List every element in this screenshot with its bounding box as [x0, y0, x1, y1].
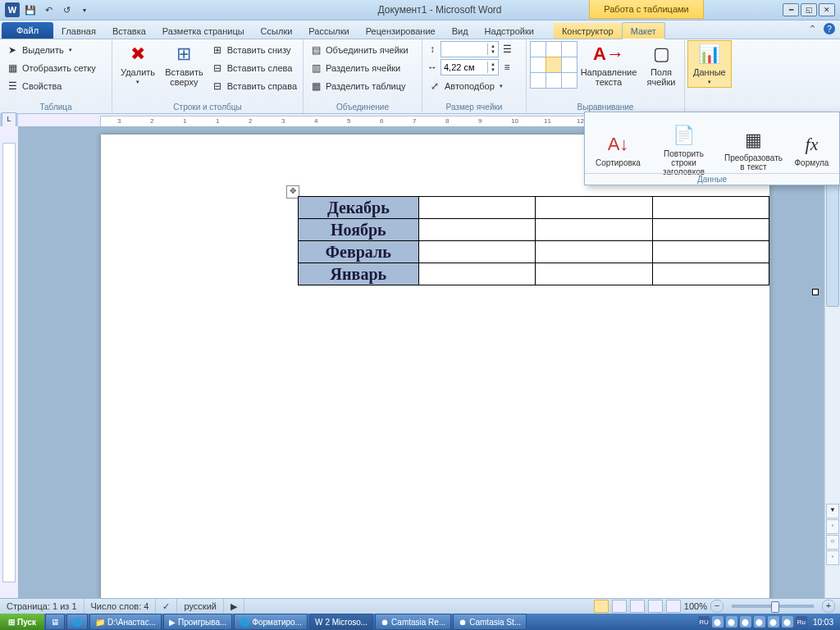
tab-page-layout[interactable]: Разметка страницы: [154, 23, 253, 39]
scroll-down-button[interactable]: ▼: [826, 504, 839, 518]
taskbar-item[interactable]: 🌐Форматиро...: [234, 614, 308, 630]
delete-button[interactable]: ✖Удалить▾: [116, 41, 160, 87]
tray-icon[interactable]: ⬤: [754, 616, 765, 628]
autofit-button[interactable]: ⤢Автоподбор▾: [426, 77, 514, 95]
scrollbar-vertical[interactable]: ▲ ▼ ◦ ○ ◦: [824, 126, 840, 599]
tray-lang-icon[interactable]: RU: [698, 616, 710, 628]
browse-prev-button[interactable]: ◦: [826, 519, 839, 534]
align-tl[interactable]: [530, 41, 546, 57]
view-fullscreen[interactable]: [612, 600, 627, 613]
insert-above-button[interactable]: ⊞Вставить сверху: [160, 41, 208, 89]
table-cell[interactable]: Декабрь: [299, 197, 419, 219]
distribute-rows-icon[interactable]: ☰: [500, 43, 514, 56]
insert-left-button[interactable]: ⊟Вставить слева: [208, 59, 299, 77]
document-area[interactable]: ✥ Декабрь Ноябрь Февраль Январь: [19, 126, 824, 599]
select-button[interactable]: ➤Выделить▾: [3, 41, 108, 59]
table-cell[interactable]: [418, 197, 535, 219]
taskbar-item[interactable]: ⏺Camtasia Re...: [375, 614, 451, 630]
table-cell[interactable]: [536, 263, 652, 285]
properties-button[interactable]: ☰Свойства: [3, 77, 108, 95]
taskbar-item[interactable]: 📁D:\Анастас...: [89, 614, 162, 630]
tab-view[interactable]: Вид: [444, 23, 477, 39]
align-mr[interactable]: [561, 57, 578, 73]
tray-icon[interactable]: ⬤: [768, 616, 779, 628]
taskbar-item[interactable]: ⏺Camtasia St...: [453, 614, 527, 630]
align-tc[interactable]: [546, 41, 562, 57]
tab-table-design[interactable]: Конструктор: [554, 23, 622, 39]
redo-icon[interactable]: ↺: [59, 2, 74, 17]
align-br[interactable]: [561, 72, 578, 89]
status-page[interactable]: Страница: 1 из 1: [0, 599, 84, 614]
table-cell[interactable]: [652, 219, 769, 241]
tab-review[interactable]: Рецензирование: [358, 23, 444, 39]
undo-icon[interactable]: ↶: [41, 2, 56, 17]
text-direction-button[interactable]: A→Направление текста: [581, 41, 637, 89]
insert-below-button[interactable]: ⊞Вставить снизу: [208, 41, 299, 59]
quicklaunch-item[interactable]: 🖥: [45, 614, 65, 630]
table-resize-handle[interactable]: [812, 289, 819, 295]
qat-more-icon[interactable]: ▾: [77, 2, 92, 17]
taskbar-item-active[interactable]: W2 Microso...: [309, 614, 373, 630]
distribute-cols-icon[interactable]: ≡: [500, 61, 514, 74]
table-cell[interactable]: [418, 263, 535, 285]
status-proofing[interactable]: ✓: [156, 599, 177, 614]
cell-margins-button[interactable]: ▢Поля ячейки: [641, 41, 681, 89]
split-cells-button[interactable]: ▥Разделить ячейки: [307, 59, 418, 77]
minimize-ribbon-icon[interactable]: ⌃: [808, 23, 817, 35]
zoom-in-button[interactable]: +: [822, 600, 835, 613]
align-bc[interactable]: [546, 72, 562, 89]
tab-home[interactable]: Главная: [53, 23, 104, 39]
table-cell[interactable]: [536, 241, 652, 263]
close-button[interactable]: ✕: [819, 3, 835, 16]
split-table-button[interactable]: ▦Разделить таблицу: [307, 77, 418, 95]
status-language[interactable]: русский: [177, 599, 223, 614]
tab-addins[interactable]: Надстройки: [477, 23, 542, 39]
tab-selector[interactable]: L: [2, 112, 16, 127]
table-cell[interactable]: Февраль: [299, 241, 419, 263]
status-words[interactable]: Число слов: 4: [84, 599, 157, 614]
tab-mailings[interactable]: Рассылки: [300, 23, 357, 39]
quicklaunch-item[interactable]: 🌐: [66, 614, 88, 630]
app-icon[interactable]: W: [5, 2, 20, 17]
zoom-slider[interactable]: [732, 605, 814, 608]
help-icon[interactable]: ?: [824, 23, 835, 34]
tray-icon[interactable]: ⬤: [740, 616, 751, 628]
view-draft[interactable]: [666, 600, 681, 613]
zoom-out-button[interactable]: −: [710, 600, 724, 613]
tab-insert[interactable]: Вставка: [104, 23, 154, 39]
tab-table-layout[interactable]: Макет: [622, 22, 665, 39]
save-icon[interactable]: 💾: [23, 2, 38, 17]
align-tr[interactable]: [561, 41, 578, 57]
tray-icon[interactable]: ⬤: [726, 616, 737, 628]
tab-file[interactable]: Файл: [2, 22, 53, 39]
tray-icon[interactable]: ⬤: [782, 616, 793, 628]
minimize-button[interactable]: ━: [783, 3, 799, 16]
row-height-input[interactable]: ▲▼: [441, 41, 499, 57]
merge-cells-button[interactable]: ▤Объединить ячейки: [307, 41, 418, 59]
col-width-input[interactable]: ▲▼: [441, 59, 499, 75]
tray-icon[interactable]: ⬤: [712, 616, 724, 628]
table-cell[interactable]: Январь: [299, 263, 419, 285]
tray-clock[interactable]: 10:03: [810, 618, 837, 627]
document-table[interactable]: Декабрь Ноябрь Февраль Январь: [298, 196, 769, 285]
table-cell[interactable]: [536, 197, 652, 219]
data-button[interactable]: 📊Данные▾: [688, 41, 731, 87]
browse-next-button[interactable]: ◦: [826, 550, 839, 565]
table-cell[interactable]: [652, 197, 769, 219]
ruler-vertical[interactable]: [0, 126, 19, 599]
table-cell[interactable]: [536, 219, 652, 241]
tab-references[interactable]: Ссылки: [253, 23, 301, 39]
table-cell[interactable]: Ноябрь: [299, 219, 419, 241]
status-macro[interactable]: ▶: [224, 599, 244, 614]
view-print-layout[interactable]: [594, 600, 609, 613]
table-cell[interactable]: [418, 241, 535, 263]
start-button[interactable]: ⊞Пуск: [0, 614, 44, 630]
restore-button[interactable]: ◱: [801, 3, 817, 16]
zoom-thumb[interactable]: [771, 601, 779, 613]
tray-lang2-icon[interactable]: Ru: [796, 616, 807, 628]
view-outline[interactable]: [648, 600, 663, 613]
taskbar-item[interactable]: ▶Проигрыва...: [163, 614, 232, 630]
view-web[interactable]: [630, 600, 645, 613]
align-bl[interactable]: [530, 72, 546, 89]
insert-right-button[interactable]: ⊟Вставить справа: [208, 77, 299, 95]
